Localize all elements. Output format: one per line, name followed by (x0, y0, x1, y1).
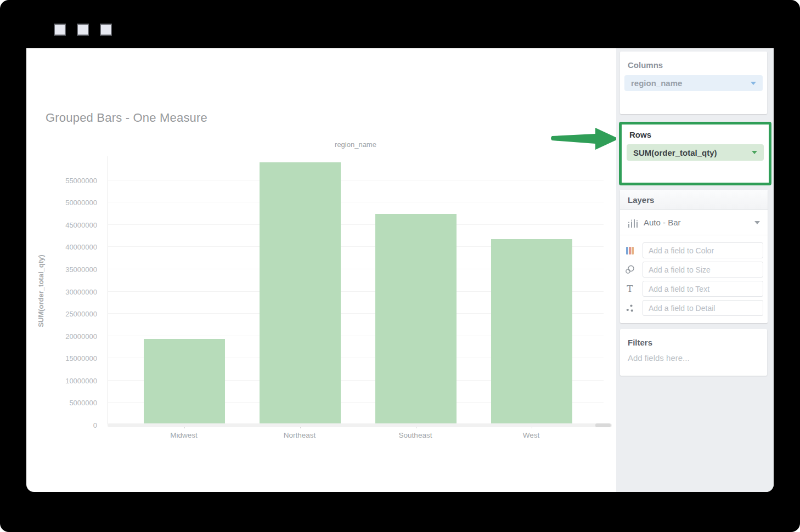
y-tick-label: 50000000 (26, 199, 103, 207)
bar-west[interactable] (491, 239, 572, 425)
color-bars-icon (624, 246, 635, 256)
y-tick-label: 25000000 (26, 310, 103, 319)
color-slot-row (624, 242, 763, 258)
gridline (108, 180, 604, 180)
x-tick-label-midwest: Midwest (170, 431, 198, 439)
window-control-square-3[interactable] (100, 24, 112, 36)
y-tick-label: 20000000 (26, 332, 103, 341)
columns-header: Columns (620, 52, 767, 75)
scrollbar-thumb[interactable] (595, 423, 611, 427)
size-field-input[interactable] (643, 262, 763, 278)
app-window: Grouped Bars - One Measure region_name S… (0, 0, 800, 532)
gridline (108, 224, 604, 225)
text-field-input[interactable] (643, 281, 763, 297)
bar-northeast[interactable] (260, 162, 341, 425)
filters-header: Filters (620, 329, 767, 347)
rows-field-label: SUM(order_total_qty) (633, 148, 717, 157)
size-slot-row (624, 262, 763, 278)
detail-field-input[interactable] (643, 300, 763, 316)
y-tick-label: 55000000 (26, 177, 103, 185)
detail-slot-row (624, 300, 763, 316)
plot-area (108, 156, 604, 426)
rows-field-pill[interactable]: SUM(order_total_qty) (627, 144, 764, 161)
y-tick-label: 0 (26, 421, 103, 430)
y-tick-label: 5000000 (26, 399, 103, 408)
columns-field-label: region_name (631, 78, 682, 88)
layer-type-dropdown[interactable]: Auto - Bar (620, 210, 768, 235)
y-tick-label: 45000000 (26, 221, 103, 230)
x-tick-label-northeast: Northeast (284, 431, 316, 439)
text-icon: T (624, 284, 635, 294)
text-slot-row: T (624, 281, 763, 297)
detail-dots-icon (624, 303, 635, 313)
size-circles-icon (624, 265, 635, 275)
rows-header: Rows (622, 124, 769, 144)
bar-midwest[interactable] (144, 339, 225, 425)
x-axis-labels: MidwestNortheastSoutheastWest (108, 431, 604, 442)
filters-section: Filters Add fields here... (620, 329, 767, 376)
y-axis-ticks: 0500000010000000150000002000000025000000… (26, 156, 103, 426)
x-axis-title: region_name (108, 140, 604, 149)
sidebar: Columns region_name Rows SUM(order_total… (616, 48, 774, 492)
x-tick-label-west: West (523, 431, 540, 439)
y-tick-label: 40000000 (26, 243, 103, 252)
gridline (108, 202, 604, 202)
x-tick-label-southeast: Southeast (399, 431, 432, 439)
columns-field-pill[interactable]: region_name (624, 75, 763, 91)
main-content: Grouped Bars - One Measure region_name S… (26, 48, 774, 492)
layer-type-label: Auto - Bar (644, 218, 681, 227)
filters-placeholder[interactable]: Add fields here... (620, 347, 767, 363)
layers-header: Layers (620, 190, 768, 210)
layers-section: Layers Auto - Bar (620, 190, 768, 323)
y-tick-label: 35000000 (26, 265, 103, 274)
bar-chart-layer-icon (628, 218, 639, 228)
rows-section-highlighted: Rows SUM(order_total_qty) (619, 122, 771, 185)
window-control-square-2[interactable] (77, 24, 89, 36)
caret-down-icon (752, 151, 757, 154)
chevron-down-icon (754, 221, 760, 224)
caret-down-icon (751, 82, 756, 85)
color-field-input[interactable] (643, 242, 763, 258)
window-control-square-1[interactable] (54, 24, 66, 36)
columns-section: Columns region_name (620, 52, 767, 114)
layer-field-slots: T (620, 235, 768, 316)
y-tick-label: 15000000 (26, 354, 103, 363)
chart-title: Grouped Bars - One Measure (46, 111, 207, 125)
y-tick-label: 30000000 (26, 288, 103, 297)
y-tick-label: 10000000 (26, 377, 103, 386)
green-arrow-annotation-icon (550, 123, 620, 154)
horizontal-scrollbar[interactable] (108, 423, 612, 427)
bar-southeast[interactable] (375, 214, 457, 425)
